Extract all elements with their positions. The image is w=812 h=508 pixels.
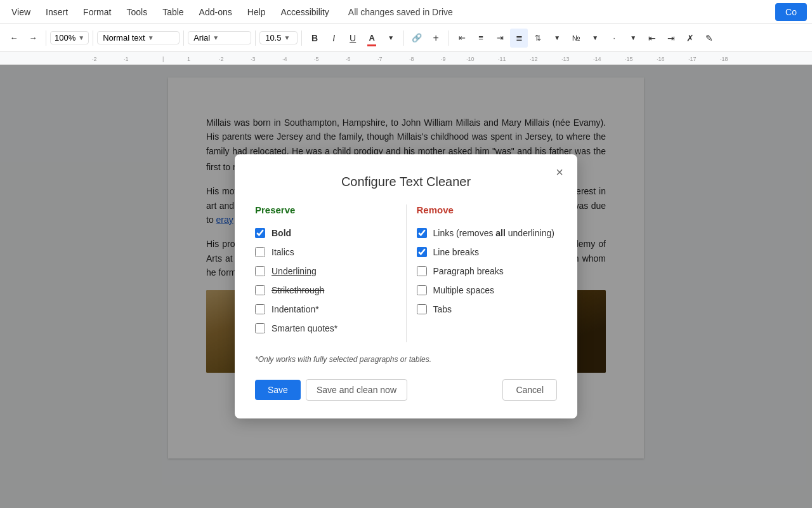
increase-indent-button[interactable]: ⇥ [662, 29, 680, 48]
modal-divider [406, 204, 407, 342]
bold-button[interactable]: B [306, 29, 324, 48]
svg-text:·12: ·12 [530, 56, 538, 62]
style-selector[interactable]: Normal text ▼ [97, 31, 180, 44]
zoom-selector[interactable]: 100% ▼ [50, 31, 89, 44]
size-value: 10.5 [265, 33, 281, 43]
cancel-button[interactable]: Cancel [502, 379, 557, 401]
undo-button[interactable]: ← [5, 29, 23, 48]
svg-text:·18: ·18 [720, 56, 728, 62]
size-chevron: ▼ [284, 34, 290, 41]
configure-text-cleaner-modal: × Configure Text Cleaner Preserve Bold I… [235, 154, 577, 418]
modal-columns: Preserve Bold Italics Underlining [255, 204, 557, 342]
preserve-bold-row: Bold [255, 228, 396, 238]
remove-tabs-label: Tabs [433, 304, 452, 314]
save-and-clean-button[interactable]: Save and clean now [306, 379, 407, 401]
color-bar [367, 44, 376, 46]
svg-text:·10: ·10 [466, 56, 475, 62]
underline-button[interactable]: U [344, 29, 362, 48]
toolbar-sep-3 [183, 30, 184, 46]
toolbar-sep-1 [46, 30, 46, 46]
preserve-underlining-row: Underlining [255, 266, 396, 276]
modal-actions: Save Save and clean now Cancel [255, 379, 557, 401]
svg-text:·11: ·11 [498, 56, 506, 62]
italic-button[interactable]: I [325, 29, 343, 48]
remove-linebreaks-label: Line breaks [433, 247, 479, 257]
more-formatting-button[interactable]: ✎ [700, 29, 718, 48]
font-chevron: ▼ [213, 34, 219, 41]
toolbar-sep-5 [301, 30, 302, 46]
menu-table[interactable]: Table [156, 4, 190, 20]
preserve-header: Preserve [255, 204, 396, 218]
menu-tools[interactable]: Tools [120, 4, 154, 20]
preserve-indentation-label: Indentation* [272, 304, 319, 314]
preserve-smarten-label: Smarten quotes* [272, 323, 337, 333]
svg-text:·1: ·1 [124, 56, 129, 62]
bullet-list-chevron[interactable]: ▼ [624, 29, 642, 48]
modal-close-button[interactable]: × [549, 162, 570, 182]
decrease-indent-button[interactable]: ⇤ [643, 29, 661, 48]
link-icon: 🔗 [412, 33, 422, 43]
remove-tabs-row: Tabs [417, 304, 558, 314]
save-button[interactable]: Save [255, 380, 301, 400]
preserve-strikethrough-checkbox[interactable] [255, 285, 265, 295]
remove-parabreaks-checkbox[interactable] [417, 266, 427, 276]
remove-links-checkbox[interactable] [417, 228, 427, 238]
menu-right: Co [775, 3, 807, 21]
svg-text:·4: ·4 [282, 56, 287, 62]
color-chevron-button[interactable]: ▼ [382, 29, 400, 48]
font-selector[interactable]: Arial ▼ [188, 31, 251, 44]
align-left-button[interactable]: ⇤ [453, 29, 471, 48]
preserve-indentation-checkbox[interactable] [255, 304, 265, 314]
align-right-button[interactable]: ⇥ [491, 29, 509, 48]
menu-insert[interactable]: Insert [39, 4, 74, 20]
preserve-bold-checkbox[interactable] [255, 228, 265, 238]
svg-text:·2: ·2 [92, 56, 97, 62]
redo-button[interactable]: → [24, 29, 42, 48]
menu-accessibility[interactable]: Accessibility [275, 4, 336, 20]
font-color-icon: A [369, 33, 374, 43]
svg-text:·8: ·8 [409, 56, 414, 62]
bullet-list-button[interactable]: ∙ [605, 29, 623, 48]
style-value: Normal text [103, 33, 145, 43]
menu-format[interactable]: Format [77, 4, 117, 20]
remove-parabreaks-label: Paragraph breaks [433, 266, 504, 276]
menu-addons[interactable]: Add-ons [193, 4, 239, 20]
svg-text:·6: ·6 [346, 56, 351, 62]
line-spacing-button[interactable]: ⇅ [529, 29, 547, 48]
menu-view[interactable]: View [5, 4, 37, 20]
svg-text:·14: ·14 [593, 56, 601, 62]
font-color-button[interactable]: A [363, 29, 381, 48]
share-button[interactable]: Co [775, 3, 807, 21]
toolbar-sep-4 [255, 30, 256, 46]
remove-tabs-checkbox[interactable] [417, 304, 427, 314]
align-center-button[interactable]: ≡ [472, 29, 490, 48]
toolbar-sep-6 [403, 30, 404, 46]
preserve-italics-checkbox[interactable] [255, 247, 265, 257]
remove-linebreaks-checkbox[interactable] [417, 247, 427, 257]
add-comment-button[interactable]: + [427, 29, 445, 48]
preserve-underlining-checkbox[interactable] [255, 266, 265, 276]
svg-text:|: | [162, 56, 164, 62]
preserve-italics-label: Italics [272, 247, 294, 257]
align-justify-button[interactable]: ≣ [510, 29, 528, 48]
svg-text:·7: ·7 [377, 56, 383, 62]
preserve-smarten-checkbox[interactable] [255, 323, 265, 333]
svg-text:·2: ·2 [219, 56, 224, 62]
svg-text:1: 1 [187, 56, 190, 62]
toolbar-sep-2 [93, 30, 93, 46]
svg-text:·15: ·15 [625, 56, 633, 62]
clear-formatting-button[interactable]: ✗ [681, 29, 699, 48]
line-spacing-chevron[interactable]: ▼ [548, 29, 566, 48]
size-selector[interactable]: 10.5 ▼ [259, 31, 298, 44]
svg-text:·5: ·5 [314, 56, 319, 62]
preserve-smarten-row: Smarten quotes* [255, 323, 396, 333]
numbered-list-chevron[interactable]: ▼ [586, 29, 604, 48]
menu-help[interactable]: Help [241, 4, 272, 20]
svg-text:·3: ·3 [251, 56, 256, 62]
link-button[interactable]: 🔗 [408, 29, 426, 48]
numbered-list-button[interactable]: № [567, 29, 585, 48]
remove-multispaces-checkbox[interactable] [417, 285, 427, 295]
preserve-italics-row: Italics [255, 247, 396, 257]
style-chevron: ▼ [148, 34, 154, 41]
svg-text:·16: ·16 [657, 56, 665, 62]
